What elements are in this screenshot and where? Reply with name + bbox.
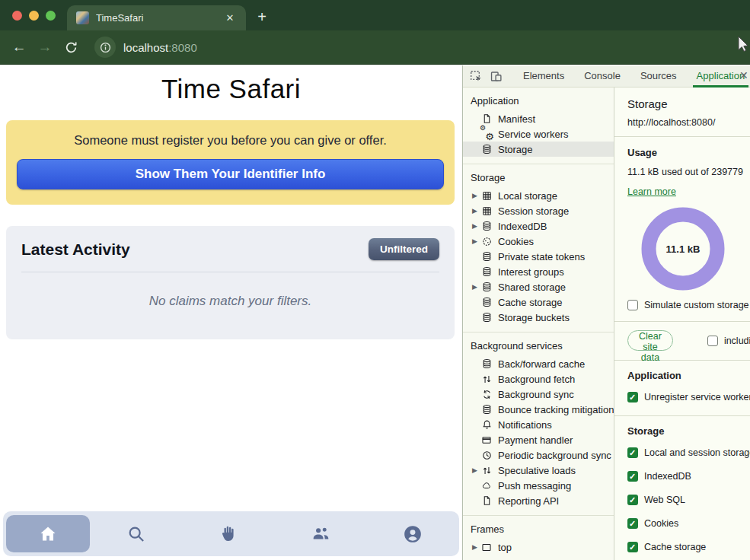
web-sql-checkbox[interactable]: Web SQL	[627, 495, 750, 505]
sidebar-item-push-messaging[interactable]: Push messaging	[463, 478, 614, 493]
card-icon	[480, 434, 493, 446]
sidebar-item-back-forward-cache[interactable]: Back/forward cache	[463, 356, 614, 371]
third-party-cookies-checkbox[interactable]: including third-party cookies	[707, 336, 750, 346]
sidebar-item-notifications[interactable]: Notifications	[463, 417, 614, 432]
forward-icon[interactable]: →	[32, 39, 58, 56]
inspect-element-icon[interactable]	[470, 68, 483, 84]
tab-strip: TimeSafari ✕ +	[0, 0, 750, 30]
sidebar-section-title: Application	[471, 95, 614, 107]
expand-arrow-icon[interactable]: ▶	[472, 543, 480, 551]
sidebar-item-local-storage[interactable]: ▶ Local storage	[463, 188, 614, 203]
url-text[interactable]: localhost:8080	[123, 41, 197, 54]
learn-more-link[interactable]: Learn more	[627, 186, 676, 197]
sidebar-item-bounce-tracking-mitigation[interactable]: Bounce tracking mitigation	[463, 402, 614, 417]
indexeddb-checkbox[interactable]: IndexedDB	[627, 471, 750, 482]
browser-toolbar: ← → localhost:8080	[0, 30, 750, 65]
show-identifier-button[interactable]: Show Them Your Identifier Info	[17, 159, 444, 189]
sidebar-item-session-storage[interactable]: ▶ Session storage	[463, 203, 614, 218]
checkbox-unchecked-icon[interactable]	[707, 336, 718, 346]
sidebar-section: Frames ▶ top	[463, 516, 614, 560]
sidebar-item-shared-storage[interactable]: ▶ Shared storage	[463, 279, 614, 294]
expand-arrow-icon[interactable]: ▶	[472, 283, 480, 291]
sidebar-item-cache-storage[interactable]: Cache storage	[463, 294, 614, 310]
gears-icon: ⚙⚙	[480, 128, 493, 140]
sidebar-section: Application Manifest ⚙⚙ Service workers …	[463, 88, 614, 164]
sidebar-section-title: Frames	[471, 523, 614, 535]
checkbox-unchecked-icon[interactable]	[627, 300, 638, 310]
local-and-session-storage-checkbox[interactable]: Local and session storage	[627, 447, 750, 458]
checkbox-checked-icon[interactable]	[627, 471, 638, 482]
nav-profile-button[interactable]	[367, 511, 459, 556]
updown-icon	[480, 464, 493, 476]
sidebar-item-background-sync[interactable]: Background sync	[463, 387, 614, 402]
table-icon	[480, 189, 493, 202]
checkbox-checked-icon[interactable]	[627, 518, 638, 529]
db-icon	[480, 143, 493, 155]
expand-arrow-icon[interactable]: ▶	[472, 207, 480, 215]
tab-close-icon[interactable]: ✕	[223, 11, 237, 25]
db-icon	[480, 281, 493, 293]
bottom-navigation	[3, 511, 459, 556]
devtools-panel: ElementsConsoleSourcesApplication ✕ Appl…	[462, 65, 750, 560]
sidebar-item-speculative-loads[interactable]: ▶ Speculative loads	[463, 463, 614, 478]
sidebar-item-storage[interactable]: Storage	[463, 142, 614, 157]
checkbox-checked-icon[interactable]	[627, 392, 638, 402]
unregister-service-workers-checkbox[interactable]: Unregister service workers	[627, 392, 750, 402]
expand-arrow-icon[interactable]: ▶	[472, 192, 480, 199]
registration-alert: Someone must register you before you can…	[6, 120, 455, 205]
site-info-icon[interactable]	[94, 37, 116, 58]
minimize-window-button[interactable]	[29, 11, 39, 21]
db-icon	[480, 311, 493, 323]
devtools-tab-console[interactable]: Console	[574, 65, 630, 88]
nav-home-button[interactable]	[6, 515, 90, 552]
nav-hand-button[interactable]	[182, 511, 274, 556]
updown-icon	[480, 373, 493, 385]
browser-tab[interactable]: TimeSafari ✕	[67, 5, 246, 30]
cookie-icon	[480, 235, 493, 247]
mouse-cursor	[738, 36, 750, 56]
sidebar-item-background-fetch[interactable]: Background fetch	[463, 371, 614, 387]
empty-claims-message: No claims match your filters.	[21, 294, 439, 309]
device-toolbar-icon[interactable]	[490, 68, 503, 84]
nav-people-button[interactable]	[275, 511, 367, 556]
close-window-button[interactable]	[12, 11, 22, 21]
new-tab-button[interactable]: +	[251, 7, 273, 28]
zoom-window-button[interactable]	[46, 11, 56, 21]
bell-icon	[480, 418, 493, 431]
sidebar-item-periodic-background-sync[interactable]: Periodic background sync	[463, 447, 614, 463]
sidebar-item-reporting-api[interactable]: Reporting API	[463, 493, 614, 508]
activity-heading: Latest Activity	[21, 240, 130, 259]
db-icon	[480, 266, 493, 278]
sidebar-item-indexeddb[interactable]: ▶ IndexedDB	[463, 218, 614, 234]
back-icon[interactable]: ←	[6, 39, 32, 56]
sidebar-item-top[interactable]: ▶ top	[463, 539, 614, 555]
expand-arrow-icon[interactable]: ▶	[472, 222, 480, 230]
devtools-tab-elements[interactable]: Elements	[513, 65, 574, 88]
checkbox-checked-icon[interactable]	[627, 542, 638, 552]
latest-activity-card: Latest Activity Unfiltered No claims mat…	[6, 226, 455, 339]
clear-site-data-button[interactable]: Clear site data	[627, 330, 673, 351]
devtools-tab-sources[interactable]: Sources	[630, 65, 687, 88]
sidebar-item-cookies[interactable]: ▶ Cookies	[463, 234, 614, 249]
unfiltered-button[interactable]: Unfiltered	[369, 238, 439, 260]
reload-icon[interactable]	[58, 41, 84, 54]
sidebar-item-payment-handler[interactable]: Payment handler	[463, 432, 614, 447]
address-bar[interactable]: localhost:8080	[94, 37, 197, 58]
checkbox-checked-icon[interactable]	[627, 495, 638, 505]
cache-storage-checkbox[interactable]: Cache storage	[627, 542, 750, 552]
cloud-icon	[480, 479, 493, 492]
simulate-quota-checkbox[interactable]: Simulate custom storage quota	[627, 300, 750, 310]
devtools-close-icon[interactable]: ✕	[739, 69, 750, 81]
sidebar-item-interest-groups[interactable]: Interest groups	[463, 264, 614, 279]
sidebar-item-service-workers[interactable]: ⚙⚙ Service workers	[463, 126, 614, 142]
sidebar-item-storage-buckets[interactable]: Storage buckets	[463, 310, 614, 325]
nav-search-button[interactable]	[90, 511, 182, 556]
sidebar-item-private-state-tokens[interactable]: Private state tokens	[463, 249, 614, 264]
sidebar-section-title: Background services	[471, 340, 614, 352]
donut-usage-label: 11.1 kB	[666, 243, 701, 255]
expand-arrow-icon[interactable]: ▶	[472, 466, 480, 474]
profile-icon	[403, 524, 423, 544]
checkbox-checked-icon[interactable]	[627, 447, 638, 458]
cookies-checkbox[interactable]: Cookies	[627, 518, 750, 529]
expand-arrow-icon[interactable]: ▶	[472, 237, 480, 245]
